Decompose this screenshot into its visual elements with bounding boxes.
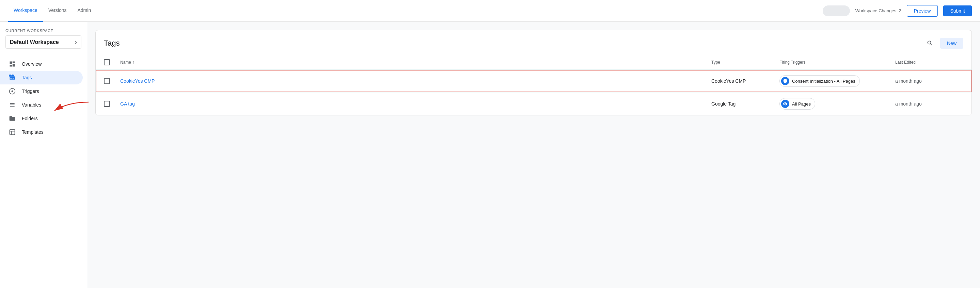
col-name-label: Name bbox=[120, 60, 131, 65]
col-header-firing-triggers: Firing Triggers bbox=[780, 55, 895, 70]
col-header-last-edited: Last Edited bbox=[895, 55, 963, 70]
row2-trigger-badge[interactable]: All Pages bbox=[780, 98, 815, 110]
tags-icon bbox=[8, 74, 16, 81]
sidebar-item-tags[interactable]: Tags bbox=[0, 71, 83, 84]
row1-checkbox[interactable] bbox=[104, 78, 110, 84]
col-header-name[interactable]: Name ↑ bbox=[120, 55, 711, 70]
sidebar-item-overview[interactable]: Overview bbox=[0, 57, 83, 71]
sidebar: CURRENT WORKSPACE Default Workspace › Ov… bbox=[0, 22, 87, 288]
tab-versions[interactable]: Versions bbox=[43, 0, 72, 22]
row2-checkbox-cell bbox=[104, 95, 120, 112]
submit-button[interactable]: Submit bbox=[943, 5, 972, 16]
col-type-label: Type bbox=[711, 60, 720, 65]
row1-trigger-label: Consent Initialization - All Pages bbox=[792, 79, 855, 84]
sidebar-item-templates-label: Templates bbox=[22, 129, 44, 135]
search-icon bbox=[926, 40, 933, 47]
table-header: Name ↑ Type Firing Triggers Last Edited bbox=[96, 55, 972, 70]
table-row[interactable]: GA tag Google Tag All Pages a month ago bbox=[96, 92, 972, 115]
sidebar-item-templates[interactable]: Templates bbox=[0, 125, 83, 139]
tab-workspace[interactable]: Workspace bbox=[8, 0, 43, 22]
row1-name-link[interactable]: CookieYes CMP bbox=[120, 78, 154, 84]
preview-button[interactable]: Preview bbox=[907, 5, 938, 17]
col-header-type: Type bbox=[711, 55, 780, 70]
chevron-right-icon: › bbox=[75, 38, 77, 46]
triggers-icon bbox=[8, 88, 16, 95]
sidebar-item-triggers[interactable]: Triggers bbox=[0, 84, 83, 98]
content-header: Tags New bbox=[96, 30, 972, 55]
row1-name-cell: CookieYes CMP bbox=[120, 73, 711, 89]
row2-trigger-label: All Pages bbox=[792, 102, 811, 107]
row2-type-cell: Google Tag bbox=[711, 95, 780, 112]
content-card: Tags New Name ↑ Type bbox=[95, 30, 972, 115]
row2-name-cell: GA tag bbox=[120, 95, 711, 112]
svg-rect-2 bbox=[10, 130, 15, 135]
variables-icon bbox=[8, 102, 16, 108]
sidebar-item-folders[interactable]: Folders bbox=[0, 111, 83, 125]
workspace-section: CURRENT WORKSPACE Default Workspace › bbox=[0, 24, 87, 53]
main-content: Tags New Name ↑ Type bbox=[87, 22, 980, 288]
workspace-name-btn[interactable]: Default Workspace › bbox=[5, 35, 81, 49]
row1-edited-text: a month ago bbox=[895, 78, 922, 84]
sidebar-item-folders-label: Folders bbox=[22, 116, 38, 121]
sort-arrow-icon: ↑ bbox=[132, 60, 135, 65]
folders-icon bbox=[8, 115, 16, 122]
sidebar-item-overview-label: Overview bbox=[22, 61, 41, 67]
col-firing-label: Firing Triggers bbox=[780, 60, 806, 65]
row2-trigger-icon bbox=[781, 100, 789, 108]
top-nav: Workspace Versions Admin Workspace Chang… bbox=[0, 0, 980, 22]
overview-icon bbox=[8, 60, 16, 67]
sidebar-nav: Overview Tags Triggers bbox=[0, 56, 87, 288]
nav-tabs: Workspace Versions Admin bbox=[8, 0, 822, 22]
layout: CURRENT WORKSPACE Default Workspace › Ov… bbox=[0, 22, 980, 288]
row1-trigger-cell: Consent Initialization - All Pages bbox=[780, 70, 895, 92]
sidebar-item-tags-label: Tags bbox=[22, 75, 32, 80]
svg-point-1 bbox=[11, 91, 13, 92]
sidebar-item-triggers-label: Triggers bbox=[22, 89, 39, 94]
workspace-changes-text: Workspace Changes: 2 bbox=[855, 8, 901, 13]
row2-trigger-cell: All Pages bbox=[780, 92, 895, 115]
row1-type-cell: CookieYes CMP bbox=[711, 73, 780, 89]
current-workspace-label: CURRENT WORKSPACE bbox=[5, 29, 81, 33]
row2-type-text: Google Tag bbox=[711, 101, 735, 107]
sidebar-item-variables-label: Variables bbox=[22, 102, 41, 108]
row2-checkbox[interactable] bbox=[104, 101, 110, 107]
row2-name-link[interactable]: GA tag bbox=[120, 101, 135, 107]
row2-edited-cell: a month ago bbox=[895, 95, 963, 112]
row1-type-text: CookieYes CMP bbox=[711, 78, 746, 84]
account-avatar[interactable] bbox=[822, 5, 850, 16]
new-button[interactable]: New bbox=[940, 38, 963, 49]
templates-icon bbox=[8, 129, 16, 135]
tab-admin[interactable]: Admin bbox=[72, 0, 96, 22]
row1-edited-cell: a month ago bbox=[895, 73, 963, 89]
search-button[interactable] bbox=[924, 37, 936, 49]
header-checkbox[interactable] bbox=[104, 59, 110, 65]
row1-trigger-badge[interactable]: Consent Initialization - All Pages bbox=[780, 75, 860, 87]
col-header-checkbox bbox=[104, 55, 120, 70]
sidebar-item-variables[interactable]: Variables bbox=[0, 98, 83, 111]
row2-edited-text: a month ago bbox=[895, 101, 922, 107]
row1-checkbox-cell bbox=[104, 73, 120, 89]
table-row[interactable]: CookieYes CMP CookieYes CMP Consent Init… bbox=[96, 70, 972, 92]
workspace-name-text: Default Workspace bbox=[10, 39, 59, 45]
row1-trigger-icon bbox=[781, 77, 789, 85]
nav-right: Workspace Changes: 2 Preview Submit bbox=[822, 5, 972, 17]
col-edited-label: Last Edited bbox=[895, 60, 916, 65]
page-title: Tags bbox=[104, 39, 119, 48]
header-actions: New bbox=[924, 37, 963, 49]
